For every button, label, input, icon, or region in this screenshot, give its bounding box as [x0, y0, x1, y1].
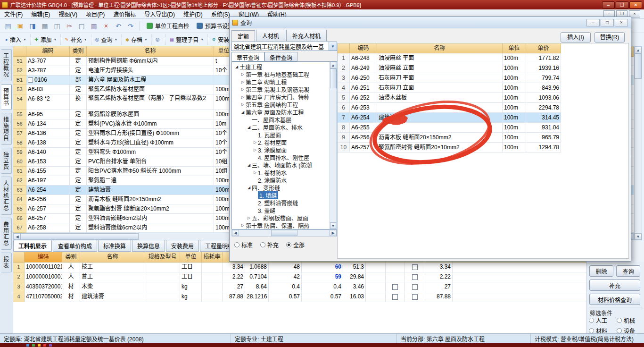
dialog-grid-row[interactable]: 3A6-250石灰麻刀 平面100m799.74 [338, 73, 561, 83]
tree-item[interactable]: 2. 塑料油膏嵌缝 [232, 199, 330, 206]
checkbox-icon[interactable] [392, 294, 398, 300]
taskbar-app-icon[interactable] [38, 344, 41, 347]
tree-item[interactable]: ◢四、变形缝 [232, 184, 330, 191]
scroll-up-icon[interactable]: ▲ [635, 47, 642, 53]
scroll-thumb[interactable] [271, 230, 297, 236]
sidebar-tab-措施项目[interactable]: 措施项目 [1, 113, 12, 145]
dialog-tab-补充人材机[interactable]: 补充人材机 [286, 30, 327, 41]
collapsed-icon[interactable]: ▷ [240, 95, 246, 99]
labor-row[interactable]: 1100000011021人技工工日3.341.0688486051.33.34 [13, 262, 586, 272]
tree-item[interactable]: ▷第二章 砌筑工程 [232, 78, 330, 85]
expanded-icon[interactable]: ◢ [246, 163, 252, 167]
delete-icon[interactable]: × [100, 20, 112, 32]
insert-button[interactable]: 插入(I) [561, 32, 591, 42]
dialog-grid-row[interactable]: 2A6-249油浸麻丝 立面100m1939.16 [338, 63, 561, 73]
dialog-grid-row[interactable]: 9A6-256沥青木板 缝断面20×150mm2100m965.79 [338, 133, 561, 143]
collapsed-icon[interactable]: ▷ [240, 102, 246, 107]
tree-item[interactable]: ▷1. 卷材防水 [232, 169, 330, 176]
dialog-close-icon[interactable]: × [615, 19, 628, 26]
scroll-track[interactable] [635, 79, 642, 233]
labor-row[interactable]: 2100000010001人普工工日2.220.7104425929.842.2… [13, 272, 586, 282]
sidebar-tab-人材机汇总[interactable]: 人材机汇总 [1, 177, 12, 215]
dialog-grid-row[interactable]: 8A6-255100m931.04 [338, 123, 561, 133]
preview-icon[interactable]: ◫ [51, 20, 63, 32]
unit-project-check-button[interactable]: 单位工程自检 [143, 20, 193, 32]
radio-全部[interactable]: 全部 [286, 241, 305, 249]
minimize-button[interactable]: – [602, 1, 615, 8]
menu-item-项目(P)[interactable]: 项目(P) [82, 9, 109, 19]
taskbar-app-icon[interactable] [49, 344, 52, 347]
expanded-icon[interactable]: ◢ [240, 110, 246, 114]
scroll-left-icon[interactable]: ◀ [14, 233, 21, 240]
expanded-icon[interactable]: ◢ [246, 186, 252, 190]
close-button[interactable]: ✕ [629, 1, 642, 8]
material-price-query-button[interactable]: 材料价格查询 [589, 294, 640, 305]
bottom-tab-查看单价构成[interactable]: 查看单价构成 [53, 240, 97, 252]
sidebar-tab-报表[interactable]: 报表 [1, 253, 12, 272]
replace-button[interactable]: 替换(R) [594, 32, 625, 42]
tree-item[interactable]: 3. 盖缝 [232, 206, 330, 214]
toolbar-添加-button[interactable]: ✚添加▼ [31, 34, 61, 45]
checkbox-icon[interactable] [392, 284, 398, 290]
tree-item[interactable]: ▷3. 涂膜屋面 [232, 146, 330, 153]
toolbar-存档-button[interactable]: ◆存档▼ [122, 34, 152, 45]
dialog-maximize-icon[interactable]: □ [601, 19, 614, 26]
scroll-right-icon[interactable]: ▶ [330, 230, 337, 236]
dialog-title-bar[interactable]: 查询 – □ × [230, 17, 631, 28]
supplement-button[interactable]: 补充 [589, 279, 640, 291]
dialog-grid-row[interactable]: 7A6-254建筑油膏100m314.45 [338, 113, 561, 123]
cut-icon[interactable]: ✂ [64, 20, 75, 32]
radio-标准[interactable]: 标准 [234, 241, 253, 249]
tree-item[interactable]: ▷五、彩钢板楼面、屋面 [232, 214, 330, 221]
print-icon[interactable]: ▦ [39, 20, 50, 32]
tree-h-scrollbar[interactable]: ◀ ▶ [231, 229, 337, 237]
tree-item[interactable]: 一、屋面木基层 [232, 116, 330, 123]
expanded-icon[interactable]: ◢ [246, 125, 252, 129]
labor-row[interactable]: 3403503720001材木柴kg278.640.40.43.4627 [13, 282, 586, 292]
delete-button[interactable]: 删除 [589, 265, 613, 277]
tree-item[interactable]: ▷第五章 金属结构工程 [232, 101, 330, 108]
scroll-thumb[interactable] [21, 233, 139, 240]
tree-item[interactable]: 4. 屋面排水、刚性屋 [232, 153, 330, 161]
scroll-thumb[interactable] [330, 68, 337, 88]
scroll-track[interactable] [297, 230, 330, 236]
scroll-down-icon[interactable]: ▼ [330, 222, 336, 229]
checkbox-icon[interactable] [412, 294, 418, 300]
collapse-icon[interactable]: − [28, 77, 33, 83]
tree-item[interactable]: ▷第一章 桩与地基基础工程 [232, 70, 330, 78]
undo-icon[interactable]: ↶ [113, 20, 124, 32]
query-tab-条件查询[interactable]: 条件查询 [264, 52, 297, 61]
taskbar-app-icon[interactable] [43, 344, 46, 347]
scroll-thumb[interactable] [635, 53, 642, 79]
scroll-track[interactable] [239, 230, 271, 236]
collapsed-icon[interactable]: ▷ [240, 87, 246, 92]
tree-item[interactable]: 1. 填缝 [232, 191, 330, 199]
collapsed-icon[interactable]: ▷ [240, 72, 246, 76]
menu-item-维护(D)[interactable]: 维护(D) [179, 9, 207, 19]
bottom-tab-安装费用[interactable]: 安装费用 [166, 240, 199, 252]
paste-icon[interactable]: ▥ [88, 20, 99, 32]
toolbar-查询-button[interactable]: ◎查询▼ [91, 34, 122, 45]
dialog-grid-row[interactable]: 10A6-257聚氨酯密封膏 缝断面20×10mm2100m1294.78 [338, 143, 561, 152]
scroll-down-icon[interactable]: ▼ [635, 233, 642, 240]
tree-item[interactable]: ◢第六章 屋面及防水工程 [232, 108, 330, 116]
toolbar-插入-button[interactable]: ▸插入▼ [2, 34, 31, 45]
chevron-down-icon[interactable]: ▼ [329, 42, 337, 51]
scroll-left-icon[interactable]: ◀ [232, 230, 239, 236]
tree-item[interactable]: ◢二、屋面防水、排水 [232, 123, 330, 131]
sidebar-tab-费用汇总[interactable]: 费用汇总 [1, 218, 12, 250]
tree-item[interactable]: ▷第四章 厂库房大门、特种 [232, 93, 330, 101]
query-button[interactable]: 查询 [616, 265, 640, 277]
radio-补充[interactable]: 补充 [260, 241, 279, 249]
tree-item[interactable]: ▷第十章 防腐、保温、隔热 [232, 221, 330, 229]
taskbar-app-icon[interactable] [26, 344, 29, 347]
sidebar-tab-独立费[interactable]: 独立费 [1, 148, 12, 174]
dialog-tab-人材机[interactable]: 人材机 [256, 30, 285, 41]
dialog-grid-row[interactable]: 4A6-251石灰麻刀 立面100m843.96 [338, 83, 561, 93]
toolbar-整理子目-button[interactable]: ▦整理子目▼ [166, 34, 208, 45]
checkbox-icon[interactable] [412, 274, 418, 280]
dialog-grid-row[interactable]: 6A6-253100m2294.78 [338, 103, 561, 113]
tree-item[interactable]: ▷第三章 混凝土及钢筋混凝 [232, 85, 330, 93]
copy-icon[interactable]: ▢ [76, 20, 87, 32]
tree-item[interactable]: 2. 涂膜防水 [232, 176, 330, 184]
